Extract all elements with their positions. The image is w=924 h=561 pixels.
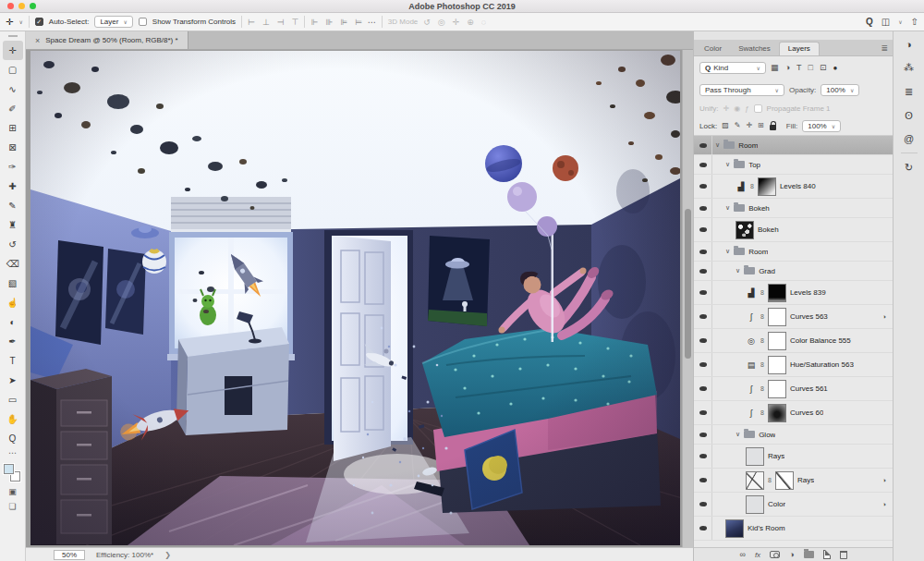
more-options-icon[interactable]: ⋯ [368,18,376,27]
auto-select-dropdown[interactable]: Layer ∨ [94,16,132,28]
marquee-tool[interactable]: ▢ [3,60,23,79]
filter-shape-icon[interactable]: □ [808,63,812,72]
layer-row[interactable]: ▟8Levels 839 [694,281,893,305]
adjustments-icon[interactable]: ◑ [906,39,912,50]
tab-layers[interactable]: Layers [779,42,820,55]
layer-thumbnail[interactable] [746,495,764,514]
move-tool[interactable]: ✛ [3,41,23,60]
visibility-toggle[interactable] [694,136,712,154]
filter-type-icon[interactable]: T [796,63,802,72]
path-selection-tool[interactable]: ➤ [3,371,23,390]
tab-swatches[interactable]: Swatches [730,43,779,55]
3d-scale-icon[interactable]: ◌ [481,18,486,27]
layer-row[interactable]: ʃ8Curves 561 [694,377,893,401]
frame-tool[interactable]: ⊠ [3,138,23,157]
distribute-center-icon[interactable]: ⊪ [325,18,333,27]
layer-mask-thumbnail[interactable] [768,404,786,422]
visibility-toggle[interactable] [694,377,712,400]
pen-tool[interactable]: ✒ [3,332,23,351]
3d-drag-icon[interactable]: ✛ [453,18,460,27]
layer-row[interactable]: ◎8Color Balance 555 [694,329,893,353]
quick-mask-icon[interactable]: ▣ [8,484,17,499]
layer-row[interactable]: ʃ8Curves 60 [694,401,893,425]
distribute-top-icon[interactable]: ⊩ [310,18,318,27]
delete-layer-icon[interactable] [840,551,847,559]
group-chevron-icon[interactable]: ∨ [736,431,740,438]
filter-kind-dropdown[interactable]: QKind ∨ [699,62,766,74]
layer-row[interactable]: ▤8Hue/Saturation 563 [694,353,893,377]
visibility-toggle[interactable] [694,199,712,217]
clone-stamp-tool[interactable]: ♜ [3,215,23,235]
layer-mask-thumbnail[interactable] [768,332,786,350]
scrollbar-thumb[interactable] [685,209,691,358]
crop-tool[interactable]: ⊞ [3,118,23,138]
unify-visibility-icon[interactable]: ◉ [734,104,740,113]
visibility-toggle[interactable] [694,155,712,174]
unify-style-icon[interactable]: ƒ [745,104,748,113]
group-chevron-icon[interactable]: ∨ [725,204,730,212]
eraser-tool[interactable]: ⌫ [3,254,23,274]
opacity-dropdown[interactable]: 100% ∨ [821,84,859,96]
visibility-toggle[interactable] [694,262,712,280]
layer-effects-icon[interactable]: fx [755,551,760,559]
visibility-toggle[interactable] [694,469,712,492]
workspace-icon[interactable]: ◫ [881,17,890,27]
group-chevron-icon[interactable]: ∨ [715,141,720,149]
unify-position-icon[interactable]: ✛ [723,104,729,113]
zoom-level-field[interactable]: 50% [54,550,85,560]
layer-row[interactable]: ∨Glow [694,425,893,445]
layer-row[interactable]: ▟8Levels 840 [694,175,893,199]
filter-pixel-icon[interactable]: ▦ [771,63,779,72]
smudge-tool[interactable]: ☝ [3,293,23,312]
lock-paint-icon[interactable]: ✎ [735,121,741,130]
group-chevron-icon[interactable]: ∨ [725,161,730,168]
share-icon[interactable]: ⇧ [911,17,918,27]
layer-thumbnail[interactable] [746,471,764,490]
screen-mode-icon[interactable]: ❏ [8,499,16,514]
visibility-toggle[interactable] [694,175,712,198]
fill-dropdown[interactable]: 100% ∨ [802,120,841,132]
libraries-icon[interactable]: @ [904,133,914,144]
history-brush-tool[interactable]: ↺ [3,235,23,254]
status-chevron-icon[interactable]: ❯ [164,551,171,559]
group-chevron-icon[interactable]: ∨ [736,267,740,274]
layer-row[interactable]: Rays [694,445,893,469]
layer-thumbnail[interactable] [736,221,754,239]
visibility-toggle[interactable] [694,445,712,468]
close-tab-icon[interactable]: × [35,36,40,45]
type-tool[interactable]: T [3,351,23,371]
learn-icon[interactable]: ʘ [905,110,913,121]
visibility-toggle[interactable] [694,425,712,444]
propagate-checkbox[interactable] [754,104,762,113]
toolbar-grip[interactable] [0,31,25,41]
layer-row[interactable]: ∨Room [694,136,893,155]
lasso-tool[interactable]: ∿ [3,79,23,99]
filter-toggle-icon[interactable]: ● [833,64,837,72]
lock-all-icon[interactable] [770,125,776,130]
quick-selection-tool[interactable]: ✐ [3,99,23,118]
visibility-toggle[interactable] [694,353,712,376]
auto-select-checkbox[interactable]: ✓ [35,18,43,26]
layer-row[interactable]: ∨Grad [694,262,893,281]
show-transform-checkbox[interactable] [139,18,147,26]
hand-tool[interactable]: ✋ [3,409,23,429]
healing-brush-tool[interactable]: ✚ [3,177,23,196]
align-center-h-icon[interactable]: ⊥ [262,18,270,27]
visibility-toggle[interactable] [694,242,712,261]
tool-preset-chevron-icon[interactable]: ∨ [18,18,22,25]
3d-rotate-icon[interactable]: ↺ [423,18,431,27]
layer-row[interactable]: ʃ8Curves 563◑ [694,305,893,329]
group-chevron-icon[interactable]: ∨ [725,248,730,255]
layer-thumbnail[interactable] [746,447,764,466]
layer-row[interactable]: 8Rays◑ [694,469,893,493]
eyedropper-tool[interactable]: ✑ [3,157,23,177]
history-icon[interactable]: ↻ [905,162,913,174]
layer-row[interactable]: ∨Bokeh [694,199,893,218]
new-adjustment-icon[interactable]: ◑ [789,550,794,559]
visibility-toggle[interactable] [694,329,712,352]
3d-slide-icon[interactable]: ⊕ [467,18,474,27]
align-left-icon[interactable]: ⊢ [248,18,255,27]
new-group-icon[interactable] [804,551,814,558]
layer-mask-thumbnail[interactable] [768,284,786,302]
distribute-left-icon[interactable]: ⊨ [355,18,362,27]
